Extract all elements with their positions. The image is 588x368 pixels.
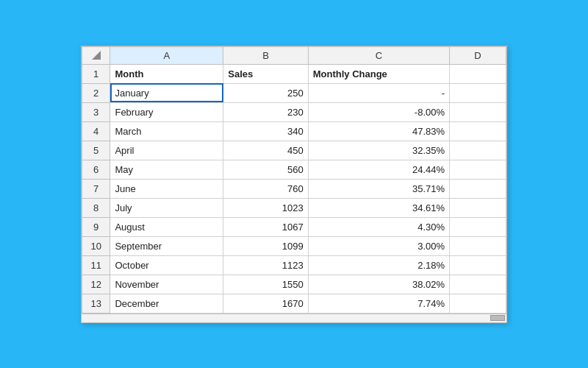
corner-cell	[82, 46, 110, 64]
cell-d6[interactable]	[450, 160, 506, 179]
cell-b5[interactable]: 450	[223, 141, 308, 160]
cell-d1[interactable]	[450, 64, 506, 83]
cell-c3[interactable]: -8.00%	[308, 102, 449, 121]
cell-d7[interactable]	[450, 179, 506, 198]
cell-a1[interactable]: Month	[110, 64, 223, 83]
cell-d4[interactable]	[450, 121, 506, 141]
cell-c6[interactable]: 24.44%	[308, 160, 449, 179]
scrollbar-thumb[interactable]	[490, 315, 505, 321]
cell-a10[interactable]: September	[110, 236, 223, 255]
data-row: 3February230-8.00%	[82, 102, 506, 121]
cell-a3[interactable]: February	[110, 102, 223, 121]
cell-b3[interactable]: 230	[223, 102, 308, 121]
col-header-a[interactable]: A	[110, 46, 223, 64]
header-row: 1MonthSalesMonthly Change	[82, 64, 506, 83]
spreadsheet: A B C D 1MonthSalesMonthly Change2Januar…	[81, 46, 507, 323]
cell-b13[interactable]: 1670	[223, 294, 308, 313]
data-row: 7June76035.71%	[82, 179, 506, 198]
cell-c1[interactable]: Monthly Change	[308, 64, 449, 83]
data-row: 9August10674.30%	[82, 217, 506, 236]
cell-b2[interactable]: 250	[223, 83, 308, 102]
cell-c12[interactable]: 38.02%	[308, 275, 449, 294]
row-number[interactable]: 13	[82, 294, 110, 313]
cell-a2[interactable]: January	[110, 83, 223, 102]
data-row: 5April45032.35%	[82, 141, 506, 160]
cell-b11[interactable]: 1123	[223, 255, 308, 275]
cell-d8[interactable]	[450, 198, 506, 217]
data-row: 6May56024.44%	[82, 160, 506, 179]
cell-c5[interactable]: 32.35%	[308, 141, 449, 160]
data-row: 12November155038.02%	[82, 275, 506, 294]
data-row: 13December16707.74%	[82, 294, 506, 313]
row-number[interactable]: 5	[82, 141, 110, 160]
row-number[interactable]: 3	[82, 102, 110, 121]
row-number[interactable]: 2	[82, 83, 110, 102]
cell-d10[interactable]	[450, 236, 506, 255]
cell-b1[interactable]: Sales	[223, 64, 308, 83]
cell-b7[interactable]: 760	[223, 179, 308, 198]
cell-c8[interactable]: 34.61%	[308, 198, 449, 217]
row-number[interactable]: 8	[82, 198, 110, 217]
row-number[interactable]: 1	[82, 64, 110, 83]
data-row: 8July102334.61%	[82, 198, 506, 217]
cell-a4[interactable]: March	[110, 121, 223, 141]
column-header-row: A B C D	[82, 46, 506, 64]
row-number[interactable]: 7	[82, 179, 110, 198]
cell-d12[interactable]	[450, 275, 506, 294]
col-header-c[interactable]: C	[308, 46, 449, 64]
cell-c9[interactable]: 4.30%	[308, 217, 449, 236]
cell-a9[interactable]: August	[110, 217, 223, 236]
col-header-b[interactable]: B	[223, 46, 308, 64]
cell-b8[interactable]: 1023	[223, 198, 308, 217]
cell-c13[interactable]: 7.74%	[308, 294, 449, 313]
cell-a8[interactable]: July	[110, 198, 223, 217]
data-row: 11October11232.18%	[82, 255, 506, 275]
data-row: 10September10993.00%	[82, 236, 506, 255]
cell-c7[interactable]: 35.71%	[308, 179, 449, 198]
data-row: 4March34047.83%	[82, 121, 506, 141]
cell-a7[interactable]: June	[110, 179, 223, 198]
cell-a13[interactable]: December	[110, 294, 223, 313]
cell-d13[interactable]	[450, 294, 506, 313]
row-number[interactable]: 6	[82, 160, 110, 179]
row-number[interactable]: 9	[82, 217, 110, 236]
cell-c10[interactable]: 3.00%	[308, 236, 449, 255]
cell-d11[interactable]	[450, 255, 506, 275]
cell-b12[interactable]: 1550	[223, 275, 308, 294]
horizontal-scrollbar[interactable]	[82, 314, 506, 322]
row-number[interactable]: 4	[82, 121, 110, 141]
cell-c11[interactable]: 2.18%	[308, 255, 449, 275]
cell-a11[interactable]: October	[110, 255, 223, 275]
cell-d9[interactable]	[450, 217, 506, 236]
cell-c4[interactable]: 47.83%	[308, 121, 449, 141]
cell-b10[interactable]: 1099	[223, 236, 308, 255]
row-number[interactable]: 12	[82, 275, 110, 294]
cell-d3[interactable]	[450, 102, 506, 121]
cell-b6[interactable]: 560	[223, 160, 308, 179]
cell-d5[interactable]	[450, 141, 506, 160]
row-number[interactable]: 10	[82, 236, 110, 255]
cell-a6[interactable]: May	[110, 160, 223, 179]
cell-c2[interactable]: -	[308, 83, 449, 102]
cell-b4[interactable]: 340	[223, 121, 308, 141]
data-row: 2January250-	[82, 83, 506, 102]
cell-b9[interactable]: 1067	[223, 217, 308, 236]
cell-d2[interactable]	[450, 83, 506, 102]
cell-a5[interactable]: April	[110, 141, 223, 160]
cell-a12[interactable]: November	[110, 275, 223, 294]
col-header-d[interactable]: D	[450, 46, 506, 64]
row-number[interactable]: 11	[82, 255, 110, 275]
